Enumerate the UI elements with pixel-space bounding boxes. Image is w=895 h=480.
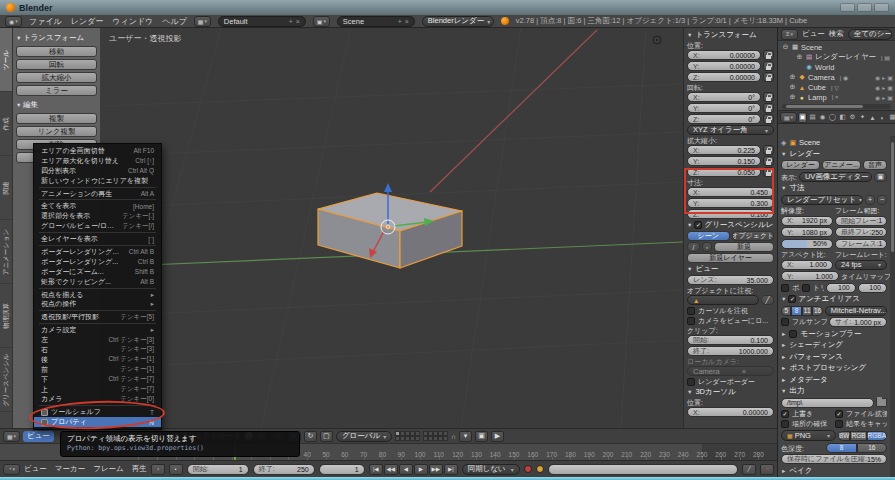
border-check[interactable]: ボ... xyxy=(781,283,800,292)
checkbox-lock-camera-check[interactable] xyxy=(687,317,695,325)
toolshelf-button-ミラー[interactable]: ミラー xyxy=(16,85,97,96)
viewport-editor-icon[interactable]: ▦▾ xyxy=(3,431,20,442)
segment-RGBA[interactable]: RGBA xyxy=(867,431,887,441)
scene-delete-icon[interactable]: × xyxy=(405,18,409,25)
next-keyframe-icon[interactable]: ▶▶ xyxy=(429,464,443,475)
checkbox-overwrite-check[interactable]: ✓ xyxy=(781,410,789,418)
segment-8[interactable]: 8 xyxy=(791,306,801,316)
menu-item-下[interactable]: 下Ctrl テンキー[7] xyxy=(34,375,161,385)
remap-new-field[interactable]: 100 xyxy=(858,283,887,293)
view-panel-header[interactable]: ビュー xyxy=(687,264,774,274)
delete-keyframe-icon[interactable]: × xyxy=(760,464,774,475)
rotation-field-X:[interactable]: X:0° xyxy=(687,92,761,102)
panel-1-header[interactable]: シェーディング xyxy=(781,340,887,350)
toolshelf-button-回転[interactable]: 回転 xyxy=(16,59,97,70)
segment-BW[interactable]: BW xyxy=(838,431,850,441)
checkbox-render-border-check[interactable] xyxy=(687,378,695,386)
preset-remove-icon[interactable]: − xyxy=(877,195,887,205)
file-format-dropdown[interactable]: ▦PNG xyxy=(781,430,836,441)
antialias-checkbox[interactable]: ✓ xyxy=(788,295,796,303)
rotate-manipulator-icon[interactable]: ↻ xyxy=(304,431,317,442)
clip-start-field[interactable]: 開始:0.100 xyxy=(687,335,774,345)
visibility-eye-icon[interactable]: ◉ xyxy=(875,94,880,101)
layer-cell[interactable] xyxy=(415,436,420,441)
menu-item-視点の操作[interactable]: 視点の操作▸ xyxy=(34,299,161,309)
antialias-panel-header[interactable]: ✓ アンチエイリアス xyxy=(781,294,887,304)
lock-cursor-check[interactable]: カーソルを注視 xyxy=(687,306,774,315)
menu-item-カメラ設定[interactable]: カメラ設定▸ xyxy=(34,325,161,335)
grease-draw-icon[interactable]: / xyxy=(687,242,700,252)
keying-icon[interactable] xyxy=(536,465,544,473)
toolshelf-tab-0[interactable]: ツール xyxy=(0,28,12,92)
menu-item-エリアの全画面切替[interactable]: エリアの全画面切替Alt F10 xyxy=(34,146,161,156)
outliner-display-dropdown[interactable]: 全てのシーン xyxy=(848,29,892,40)
frame-step-field[interactable]: フレームス:1 xyxy=(835,239,887,249)
panel-3-header[interactable]: ポストプロセッシング xyxy=(781,363,887,373)
outliner-search-menu[interactable]: 検索 xyxy=(829,29,844,39)
menu-item-全てを表示[interactable]: 全てを表示[Home] xyxy=(34,201,161,211)
aspect-x-field[interactable]: X:1.000 xyxy=(781,260,833,270)
overwrite-check[interactable]: ✓上書き xyxy=(781,409,833,418)
new-layer-button[interactable]: 新規レイヤー xyxy=(687,253,774,263)
properties-tab-world[interactable]: ◯ xyxy=(828,112,837,123)
render-opengl-icon[interactable]: ▣ xyxy=(475,431,488,442)
frame-end-input[interactable]: 終了:250 xyxy=(253,464,315,475)
render-restrict-icon[interactable]: ▣ xyxy=(887,94,893,101)
render-button[interactable]: レンダー xyxy=(781,160,820,170)
expand-toggle-icon[interactable]: ⊕ xyxy=(789,93,796,101)
prev-keyframe-icon[interactable]: ◀◀ xyxy=(384,464,398,475)
toolshelf-tab-1[interactable]: 作成 xyxy=(0,92,12,156)
full-sample-check[interactable]: フルサンプル xyxy=(781,318,827,327)
jump-first-icon[interactable]: |◀ xyxy=(369,464,383,475)
timeline-menu-0[interactable]: ビュー xyxy=(24,464,47,474)
checkbox-placeholders-check[interactable] xyxy=(781,420,789,428)
segment-RGB[interactable]: RGB xyxy=(850,431,866,441)
render-audio-button[interactable]: 音声 xyxy=(863,160,887,170)
toolshelf-tab-3[interactable]: アニメーション xyxy=(0,220,12,284)
timeline-menu-1[interactable]: マーカー xyxy=(55,464,85,474)
selectability-icon[interactable]: ▸ xyxy=(882,84,885,91)
toolshelf-button-拡大縮小[interactable]: 拡大縮小 xyxy=(16,72,97,83)
lock-icon[interactable] xyxy=(763,145,774,155)
expand-toggle-icon[interactable]: ⊖ xyxy=(782,43,789,51)
res-x-field[interactable]: X:1920 px xyxy=(781,216,833,226)
minimize-button[interactable] xyxy=(840,3,855,12)
res-y-field[interactable]: Y:1080 px xyxy=(781,227,833,237)
grease-pencil-panel-header[interactable]: ✓ グリースペンシルレイ xyxy=(687,220,774,230)
timeline-menu-2[interactable]: フレーム xyxy=(93,464,124,474)
menu-item-ボーダーにズーム...[interactable]: ボーダーにズーム...Shift B xyxy=(34,267,161,277)
menu-item-新しいウィンドウにエリアを複製[interactable]: 新しいウィンドウにエリアを複製 xyxy=(34,176,161,186)
render-preset-dropdown[interactable]: レンダープリセット xyxy=(781,195,863,205)
display-new-window-icon[interactable]: ▣ xyxy=(874,172,887,182)
menu-item-グローバルビュー/ローカルビュー[interactable]: グローバルビュー/ローカルビューテンキー[/] xyxy=(34,221,161,231)
properties-tab-texture[interactable]: ▦ xyxy=(888,112,895,123)
layout-add-icon[interactable]: + xyxy=(289,18,293,25)
checkbox-border-check[interactable] xyxy=(781,284,789,292)
outliner-row-Lamp[interactable]: ⊕●Lamp| ×◉▸▣ xyxy=(780,92,893,102)
snap-element-icon[interactable]: ▾ xyxy=(459,431,472,442)
render-panel-header[interactable]: レンダー xyxy=(781,149,887,159)
properties-tab-data[interactable]: ▲ xyxy=(868,112,877,123)
selectability-icon[interactable]: ▸ xyxy=(882,94,885,101)
properties-tab-material[interactable]: ◐ xyxy=(878,112,887,123)
screen-layout-icon[interactable]: ▦▾ xyxy=(194,16,211,27)
menu-item-透視投影/平行投影[interactable]: 透視投影/平行投影テンキー[5] xyxy=(34,312,161,322)
lock-camera-check[interactable]: カメラをビューにロ... xyxy=(687,316,774,325)
grease-new-button[interactable]: 新規 xyxy=(714,242,774,252)
aa-size-field[interactable]: サイ:1.000 px xyxy=(829,317,887,327)
grease-object-toggle[interactable]: オブジェクト xyxy=(732,231,775,241)
menu-1[interactable]: レンダー xyxy=(71,16,104,27)
outliner-row-Scene[interactable]: ⊖▦Scene xyxy=(780,42,893,52)
menu-item-ボーダーレンダリング...[interactable]: ボーダーレンダリング...Ctrl B xyxy=(34,257,161,267)
maximize-button[interactable] xyxy=(857,3,872,12)
play-reverse-icon[interactable]: ◀ xyxy=(399,464,413,475)
panel-4-header[interactable]: メタデータ xyxy=(781,375,887,385)
selectability-icon[interactable]: ▸ xyxy=(882,74,885,81)
toolshelf-tab-5[interactable]: グリースペンシル xyxy=(0,348,12,412)
placeholders-check[interactable]: 場所の確保 xyxy=(781,420,833,429)
render-opengl-anim-icon[interactable]: ▶ xyxy=(491,431,504,442)
menu-item-前[interactable]: 前テンキー[1] xyxy=(34,365,161,375)
checkbox-lock-cursor-check[interactable] xyxy=(687,307,695,315)
lock-icon[interactable] xyxy=(763,103,774,113)
menu-item-上[interactable]: 上テンキー[7] xyxy=(34,385,161,395)
